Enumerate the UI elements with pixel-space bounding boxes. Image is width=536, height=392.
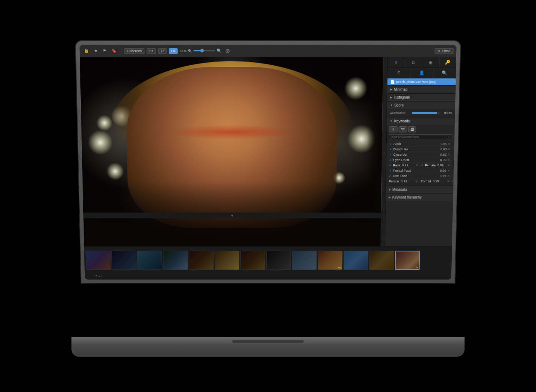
right-panel: ≡ ⧉ ◉ 🔑 ⏱ 👤 🔍 📄 <box>385 57 456 246</box>
oneface-remove-icon[interactable]: ✕ <box>447 174 450 178</box>
minimap-section-header[interactable]: ▶ Minimap <box>387 85 456 93</box>
tab-key[interactable]: 🔑 <box>439 57 456 67</box>
face-name: Face <box>393 164 400 167</box>
laptop-lid: 🔒 ★ ⚑ 🔖 Fullscreen 1:1 Fr Fill 61% 🔍 <box>76 41 460 283</box>
blond-score: 0.80 <box>440 147 447 151</box>
closeup-score: 0.82 <box>440 153 447 156</box>
portrait-score: 0.99 <box>433 180 439 183</box>
keyword-hierarchy-section-header[interactable]: ▶ Keyword hierarchy <box>386 193 453 201</box>
no-entry-icon[interactable]: ⊘ <box>225 47 230 54</box>
kw-filter-camera[interactable]: 📷 <box>398 126 407 132</box>
lock-icon: 🔒 <box>83 48 91 54</box>
film-thumb-7[interactable] <box>240 251 265 270</box>
person-remove-icon[interactable]: ✕ <box>415 180 418 183</box>
film-thumb-2[interactable] <box>111 251 137 270</box>
oneface-check-icon[interactable]: ✓ <box>389 174 392 178</box>
film-thumb-12[interactable] <box>369 251 394 270</box>
score-section: Aesthetics: 90.35 <box>387 109 455 117</box>
film-thumb-4[interactable] <box>163 251 188 270</box>
film-thumb-13[interactable]: ▶ <box>395 251 420 270</box>
add-keyword-plus-icon[interactable]: + <box>448 135 450 139</box>
keywords-label: Keywords <box>394 119 410 123</box>
zoom-slider[interactable] <box>193 50 215 51</box>
female-check-icon[interactable]: ✓ <box>421 164 424 167</box>
zoom-in-icon[interactable]: 🔍 <box>217 49 222 53</box>
frontal-remove-icon[interactable]: ✕ <box>447 169 450 172</box>
kw-hierarchy-arrow-icon: ▶ <box>389 196 391 199</box>
keywords-section: 🚶 📷 🖼 Add keywords here + <box>386 125 455 186</box>
thumb-img-7 <box>241 251 265 270</box>
main-area: ▼ ‹ ≡ ⧉ ◉ 🔑 <box>80 57 456 246</box>
adult-check-icon[interactable]: ✓ <box>389 142 392 146</box>
metadata-section-header[interactable]: ▶ Metadata <box>386 186 453 194</box>
face-remove-icon[interactable]: ✕ <box>416 164 418 167</box>
closeup-remove-icon[interactable]: ✕ <box>447 153 450 156</box>
oneface-score: 0.99 <box>440 174 446 178</box>
keyword-adult: ✓ Adult 0.95 ✕ <box>389 141 452 147</box>
fullscreen-button[interactable]: Fullscreen <box>124 48 144 54</box>
tab-people[interactable]: 👤 <box>410 68 433 78</box>
adult-remove-icon[interactable]: ✕ <box>448 142 451 146</box>
bookmark-icon[interactable]: 🔖 <box>110 48 118 54</box>
film-thumb-9[interactable] <box>292 251 317 270</box>
filmstrip-area: ★5 ▶ <box>84 246 452 280</box>
female-remove-icon[interactable]: ✕ <box>447 164 450 167</box>
image-viewer: ▼ <box>80 57 383 246</box>
score-section-header[interactable]: ▼ Score <box>387 101 455 109</box>
aesthetics-row: Aesthetics: 90.35 <box>390 111 452 115</box>
frontal-check-icon[interactable]: ✓ <box>389 169 392 172</box>
add-keyword-placeholder: Add keywords here <box>391 135 419 139</box>
histogram-label: Histogram <box>394 95 410 99</box>
thumb-img-8 <box>267 251 291 270</box>
adult-score: 0.95 <box>441 142 447 146</box>
aesthetics-label: Aesthetics: <box>390 111 410 115</box>
close-x-icon: ✕ <box>438 49 441 52</box>
eyes-check-icon[interactable]: ✓ <box>389 158 392 162</box>
film-thumb-5[interactable] <box>189 251 214 270</box>
thumb-img-1 <box>86 251 110 270</box>
expand-filmstrip-button[interactable]: ▼ <box>83 213 381 218</box>
laptop-base <box>71 337 465 357</box>
tab-location[interactable]: ◉ <box>422 57 440 67</box>
screen-bezel: 🔒 ★ ⚑ 🔖 Fullscreen 1:1 Fr Fill 61% 🔍 <box>79 45 456 280</box>
keyword-close-up: ✓ Close-Up 0.82 ✕ <box>388 152 452 157</box>
film-thumb-11[interactable] <box>343 251 368 270</box>
score-label: Score <box>394 103 403 107</box>
panel-icon-row-2: ⏱ 👤 🔍 <box>387 68 456 79</box>
tab-copy[interactable]: ⧉ <box>405 57 422 67</box>
film-thumb-1[interactable] <box>85 251 110 270</box>
blond-remove-icon[interactable]: ✕ <box>448 147 451 151</box>
histogram-section-header[interactable]: ▶ Histogram <box>387 93 456 101</box>
score-arrow-icon: ▼ <box>390 104 393 107</box>
flag-icon[interactable]: ⚑ <box>101 48 108 54</box>
thumb-img-12 <box>369 251 394 270</box>
face-check-icon[interactable]: ✓ <box>389 164 392 167</box>
fill-button[interactable]: Fill <box>169 48 178 54</box>
blond-check-icon[interactable]: ✓ <box>389 147 392 151</box>
face-score: 0.99 <box>402 164 408 167</box>
chevron-down-icon: ▼ <box>230 213 234 217</box>
add-keyword-input[interactable]: Add keywords here + <box>389 134 452 140</box>
tab-search[interactable]: 🔍 <box>433 68 456 78</box>
closeup-name: Close-Up <box>393 153 407 156</box>
laptop-wrapper: 🔒 ★ ⚑ 🔖 Fullscreen 1:1 Fr Fill 61% 🔍 <box>54 35 482 357</box>
film-thumb-3[interactable] <box>137 251 162 270</box>
portrait-remove-icon[interactable]: ✕ <box>447 180 450 183</box>
kw-filter-person[interactable]: 🚶 <box>389 126 397 132</box>
file-item[interactable]: 📄 pexels-photo-4407688.jpeg <box>387 78 456 85</box>
star-icon[interactable]: ★ <box>93 48 99 54</box>
oneface-name: One Face <box>393 174 407 178</box>
closeup-check-icon[interactable]: ✓ <box>389 153 392 156</box>
zoom-out-icon[interactable]: 🔍 <box>188 49 192 52</box>
film-thumb-8[interactable] <box>266 251 291 270</box>
close-button[interactable]: ✕ Close <box>435 48 453 54</box>
fr-button[interactable]: Fr <box>158 48 167 54</box>
eyes-remove-icon[interactable]: ✕ <box>447 158 450 162</box>
keywords-section-header[interactable]: ▼ Keywords <box>387 117 455 125</box>
film-thumb-10[interactable]: ★5 <box>318 251 343 270</box>
kw-filter-image[interactable]: 🖼 <box>408 126 416 132</box>
tab-metadata[interactable]: ≡ <box>388 57 405 67</box>
one-to-one-button[interactable]: 1:1 <box>147 48 156 54</box>
film-thumb-6[interactable] <box>215 251 239 270</box>
tab-clock[interactable]: ⏱ <box>387 68 410 78</box>
